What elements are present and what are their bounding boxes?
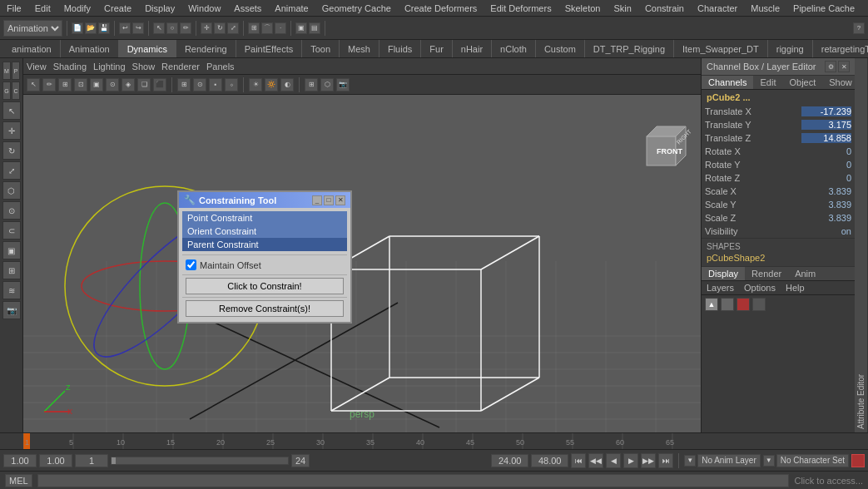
step-back-btn[interactable]: ◀◀	[588, 453, 603, 468]
rotate-tool[interactable]: ↻	[2, 141, 21, 160]
dra-tab-render[interactable]: Render	[745, 267, 788, 280]
render-icon[interactable]: ▣	[295, 22, 307, 34]
layer-tab-options[interactable]: Options	[739, 281, 781, 294]
vp-menu-shading[interactable]: Shading	[53, 62, 87, 72]
vp-menu-show[interactable]: Show	[132, 62, 156, 72]
channel-scale-x[interactable]: Scale X 3.839	[702, 185, 855, 198]
tab-fluids[interactable]: Fluids	[379, 40, 421, 57]
playback-start-field[interactable]	[491, 454, 528, 467]
vp-icon3[interactable]: ⊞	[58, 78, 72, 91]
menu-skin[interactable]: Skin	[607, 2, 637, 15]
menu-pipeline-cache[interactable]: Pipeline Cache	[786, 2, 861, 15]
scale-tool[interactable]: ⤢	[2, 161, 21, 180]
channel-translate-z[interactable]: Translate Z 14.858	[702, 131, 855, 145]
menu-muscle[interactable]: Muscle	[744, 2, 786, 15]
tab-animation[interactable]: Animation	[61, 40, 119, 57]
menu-skeleton[interactable]: Skeleton	[558, 2, 608, 15]
vp-menu-panels[interactable]: Panels	[206, 62, 235, 72]
sculpt-tool[interactable]: ⊂	[2, 221, 21, 240]
vp-smooth-icon[interactable]: ⊙	[193, 78, 206, 91]
menu-modify[interactable]: Modify	[57, 2, 97, 15]
mel-input[interactable]	[37, 474, 790, 487]
canvas-area[interactable]: persp Z X FRONT RIGHT	[23, 95, 701, 432]
pose-btn[interactable]: P	[12, 62, 20, 80]
new-file-icon[interactable]: 📄	[72, 22, 83, 34]
ipr-icon[interactable]: ▤	[309, 22, 320, 34]
redo-icon[interactable]: ↪	[132, 22, 144, 34]
menu-assets[interactable]: Assets	[227, 2, 268, 15]
skip-to-start-btn[interactable]: ⏮	[571, 453, 586, 468]
anim-layer-arrow[interactable]: ▼	[684, 455, 696, 467]
move-tool[interactable]: ✛	[2, 121, 21, 140]
vp-icon4[interactable]: ⊡	[74, 78, 87, 91]
cb-tab-channels[interactable]: Channels	[702, 76, 753, 89]
menu-animate[interactable]: Animate	[268, 2, 315, 15]
dialog-close-btn[interactable]: ✕	[335, 195, 345, 205]
render-reg-tool[interactable]: ⊞	[2, 261, 21, 279]
cb-tab-object[interactable]: Object	[782, 76, 822, 89]
dialog-maximize-btn[interactable]: □	[324, 195, 334, 205]
playback-end-field[interactable]	[531, 454, 568, 467]
cb-close-icon[interactable]: ✕	[838, 61, 850, 72]
current-frame-field[interactable]	[39, 454, 72, 467]
save-icon[interactable]: 💾	[98, 22, 110, 34]
snap-point-icon[interactable]: ·	[275, 22, 286, 34]
channel-rotate-x[interactable]: Rotate X 0	[702, 145, 855, 158]
tab-rendering[interactable]: Rendering	[176, 40, 236, 57]
vp-icon5[interactable]: ▣	[90, 78, 103, 91]
help-icon[interactable]: ?	[853, 22, 865, 34]
channel-scale-y[interactable]: Scale Y 3.839	[702, 198, 855, 211]
tab-fur[interactable]: Fur	[421, 40, 453, 57]
menu-constrain[interactable]: Constrain	[638, 2, 691, 15]
vp-ao-icon[interactable]: ◐	[280, 78, 294, 91]
menu-edit[interactable]: Edit	[28, 2, 57, 15]
tab-dt-trp[interactable]: DT_TRP_Rigging	[585, 40, 674, 57]
snap-curve-icon[interactable]: ⌒	[261, 22, 273, 34]
select-tool[interactable]: ↖	[2, 101, 21, 120]
select-icon[interactable]: ↖	[153, 22, 165, 34]
layer-settings-icon[interactable]	[752, 298, 766, 311]
menu-edit-deformers[interactable]: Edit Deformers	[484, 2, 558, 15]
camera-tool[interactable]: 📷	[2, 301, 21, 319]
tab-retargeting[interactable]: retargetingTool	[813, 40, 868, 57]
channel-translate-x[interactable]: Translate X -17.239	[702, 105, 855, 118]
mce-btn[interactable]: M	[2, 62, 11, 80]
skip-to-end-btn[interactable]: ⏭	[658, 453, 673, 468]
menu-window[interactable]: Window	[181, 2, 227, 15]
vp-select-icon[interactable]: ↖	[27, 78, 40, 91]
stroke-tool[interactable]: ≋	[2, 281, 21, 299]
tab-ncloth[interactable]: nCloth	[492, 40, 536, 57]
vp-hud-icon[interactable]: ⬡	[320, 78, 334, 91]
menu-display[interactable]: Display	[138, 2, 181, 15]
move-icon[interactable]: ✛	[201, 22, 212, 34]
layer-tab-layers[interactable]: Layers	[702, 281, 739, 294]
lasso-icon[interactable]: ○	[166, 22, 178, 34]
range-start-field[interactable]	[3, 454, 37, 467]
play-fwd-btn[interactable]: ▶	[623, 453, 638, 468]
orient-constraint-item[interactable]: Orient Constraint	[182, 225, 347, 238]
tab-animation-lower[interactable]: animation	[3, 40, 61, 57]
vp-shadow-icon[interactable]: 🔆	[265, 78, 278, 91]
layer-create-icon[interactable]: ▲	[705, 298, 718, 311]
mode-select[interactable]: Animation	[3, 20, 62, 37]
rotate-icon[interactable]: ↻	[214, 22, 226, 34]
range-handle[interactable]	[112, 457, 116, 464]
vp-light-icon[interactable]: ☀	[249, 78, 262, 91]
vp-wire-icon[interactable]: ⊞	[177, 78, 191, 91]
cn-btn[interactable]: C	[12, 82, 20, 100]
channel-scale-z[interactable]: Scale Z 3.839	[702, 211, 855, 225]
tab-painteffects[interactable]: PaintEffects	[236, 40, 303, 57]
tab-dynamics[interactable]: Dynamics	[119, 40, 176, 57]
vp-menu-view[interactable]: View	[27, 62, 47, 72]
channel-rotate-y[interactable]: Rotate Y 0	[702, 158, 855, 171]
dialog-minimize-btn[interactable]: _	[312, 195, 322, 205]
soft-mod-tool[interactable]: ⊙	[2, 201, 21, 220]
menu-help[interactable]: Help	[861, 2, 868, 15]
range-track[interactable]	[111, 457, 289, 465]
attr-editor-strip[interactable]: Attribute Editor	[855, 58, 868, 432]
maintain-offset-checkbox[interactable]	[186, 259, 196, 270]
menu-file[interactable]: File	[0, 2, 28, 15]
tab-toon[interactable]: Toon	[302, 40, 340, 57]
undo-icon[interactable]: ↩	[119, 22, 131, 34]
timeline-bar[interactable]: 1 5 10 15 20 25 30 35 40 45 50 55 60 65	[0, 432, 868, 449]
